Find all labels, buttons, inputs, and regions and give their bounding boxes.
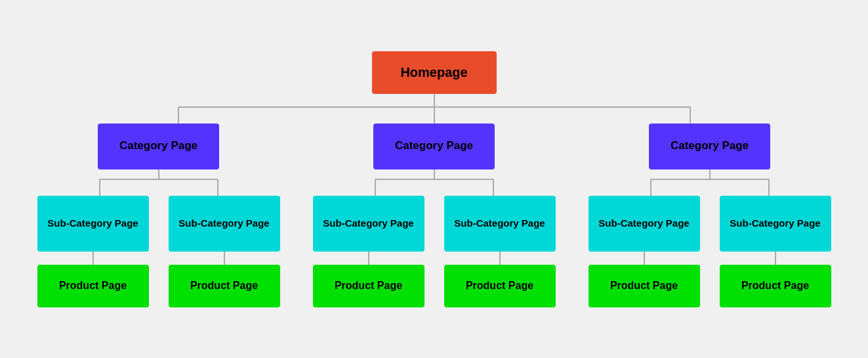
cat3-sub1-col: Sub-Category Page Product Page bbox=[589, 196, 700, 307]
categories-row: Category Page Sub-Category Page Product … bbox=[21, 123, 848, 307]
sub3-2-vline bbox=[775, 252, 776, 265]
category-group-1: Category Page Sub-Category Page Product … bbox=[21, 123, 297, 307]
cat3-sub-connectors bbox=[592, 169, 828, 196]
product-node-3-2: Product Page bbox=[720, 265, 831, 307]
cat2-sub-row: Sub-Category Page Product Page Sub-Categ… bbox=[313, 196, 556, 307]
subcategory-node-2-1: Sub-Category Page bbox=[313, 196, 424, 252]
sub2-1-vline bbox=[368, 252, 369, 265]
subcategory-node-1-2: Sub-Category Page bbox=[169, 196, 280, 252]
cat3-sub2-col: Sub-Category Page Product Page bbox=[720, 196, 831, 307]
cat1-sub-connectors bbox=[41, 169, 277, 196]
subcategory-node-3-1: Sub-Category Page bbox=[589, 196, 700, 252]
product-node-2-1: Product Page bbox=[313, 265, 424, 307]
category-node-1: Category Page bbox=[98, 123, 219, 169]
cat3-sub-row: Sub-Category Page Product Page Sub-Categ… bbox=[589, 196, 831, 307]
cat2-sub1-col: Sub-Category Page Product Page bbox=[313, 196, 424, 307]
subcategory-node-3-2: Sub-Category Page bbox=[720, 196, 831, 252]
category-group-2: Category Page Sub-Category Page Product … bbox=[297, 123, 572, 307]
top-connectors bbox=[41, 94, 828, 123]
sub3-1-vline bbox=[644, 252, 645, 265]
subcategory-node-2-2: Sub-Category Page bbox=[444, 196, 556, 252]
cat1-sub2-col: Sub-Category Page Product Page bbox=[169, 196, 280, 307]
homepage-row: Homepage bbox=[21, 51, 848, 94]
subcategory-node-1-1: Sub-Category Page bbox=[37, 196, 149, 252]
cat1-sub-row: Sub-Category Page Product Page Sub-Categ… bbox=[37, 196, 280, 307]
sub1-2-vline bbox=[224, 252, 225, 265]
category-group-3: Category Page Sub-Category Page Product … bbox=[572, 123, 848, 307]
sub2-2-vline bbox=[499, 252, 501, 265]
cat2-sub-connectors bbox=[316, 169, 552, 196]
site-tree: Homepage Category Page bbox=[21, 38, 848, 321]
cat2-sub2-col: Sub-Category Page Product Page bbox=[444, 196, 556, 307]
product-node-1-2: Product Page bbox=[169, 265, 280, 307]
cat1-sub1-col: Sub-Category Page Product Page bbox=[37, 196, 149, 307]
product-node-3-1: Product Page bbox=[589, 265, 700, 307]
product-node-2-2: Product Page bbox=[444, 265, 556, 307]
category-node-2: Category Page bbox=[373, 123, 495, 169]
homepage-node: Homepage bbox=[372, 51, 497, 94]
category-node-3: Category Page bbox=[649, 123, 770, 169]
product-node-1-1: Product Page bbox=[37, 265, 149, 307]
sub1-1-vline bbox=[93, 252, 94, 265]
